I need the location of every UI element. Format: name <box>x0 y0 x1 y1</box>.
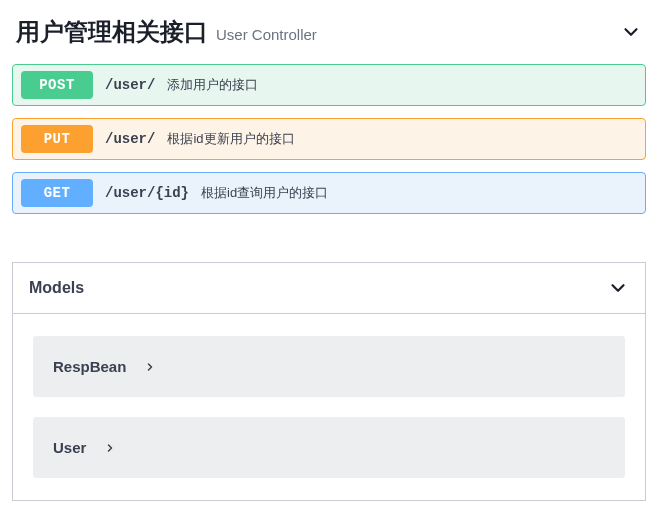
chevron-right-icon <box>144 361 156 373</box>
models-body: RespBean User <box>13 314 645 500</box>
http-method-badge: GET <box>21 179 93 207</box>
model-name: RespBean <box>53 358 126 375</box>
operation-row-put-user[interactable]: PUT /user/ 根据id更新用户的接口 <box>12 118 646 160</box>
operation-row-post-user[interactable]: POST /user/ 添加用户的接口 <box>12 64 646 106</box>
operation-summary: 根据id查询用户的接口 <box>201 184 328 202</box>
operation-summary: 添加用户的接口 <box>167 76 258 94</box>
model-row-user[interactable]: User <box>33 417 625 478</box>
models-section-header[interactable]: Models <box>13 263 645 314</box>
http-method-badge: POST <box>21 71 93 99</box>
model-name: User <box>53 439 86 456</box>
operation-summary: 根据id更新用户的接口 <box>167 130 294 148</box>
controller-title-wrap: 用户管理相关接口 User Controller <box>16 16 317 48</box>
model-row-respbean[interactable]: RespBean <box>33 336 625 397</box>
chevron-right-icon <box>104 442 116 454</box>
models-section: Models RespBean User <box>12 262 646 501</box>
operation-row-get-user-by-id[interactable]: GET /user/{id} 根据id查询用户的接口 <box>12 172 646 214</box>
operation-path: /user/ <box>105 131 155 147</box>
chevron-down-icon <box>620 21 642 43</box>
operation-path: /user/{id} <box>105 185 189 201</box>
http-method-badge: PUT <box>21 125 93 153</box>
controller-section-header[interactable]: 用户管理相关接口 User Controller <box>12 0 646 64</box>
operations-list: POST /user/ 添加用户的接口 PUT /user/ 根据id更新用户的… <box>12 64 646 214</box>
operation-path: /user/ <box>105 77 155 93</box>
models-title: Models <box>29 279 84 297</box>
controller-subtitle: User Controller <box>216 26 317 43</box>
chevron-down-icon <box>607 277 629 299</box>
controller-title: 用户管理相关接口 <box>16 16 208 48</box>
